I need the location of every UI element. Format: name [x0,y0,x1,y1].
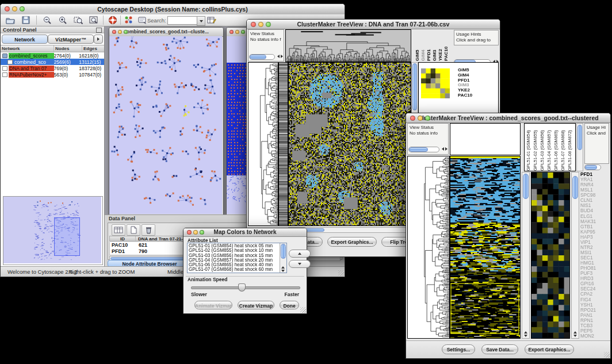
zoom-button[interactable] [20,6,25,12]
global-view-vscrollbar[interactable] [522,172,530,339]
zoom-button[interactable] [124,30,128,34]
view-status-scrollbar[interactable] [249,54,283,60]
row-dendrogram[interactable] [248,62,278,226]
zoom-button[interactable] [266,22,271,27]
scrollbar-thumb[interactable] [572,176,578,199]
column-header-id[interactable]: ID [110,236,136,241]
tab-vizmapper[interactable]: VizMapper™ [48,35,94,44]
column-header-network[interactable]: Network [1,45,53,52]
attribute-item[interactable]: GPL51-06 (GSM865) heat shock 40 min [189,263,279,267]
help-lifering-icon[interactable] [108,16,118,25]
resize-grip[interactable] [604,352,610,358]
row-dendrogram-canvas[interactable] [248,63,278,225]
minimize-button[interactable] [418,116,423,121]
row-dendrogram-canvas[interactable] [408,156,449,338]
scroll-arrows[interactable] [277,55,283,58]
birdseye-view[interactable] [3,196,103,265]
network-icon[interactable] [124,16,134,25]
dialog-titlebar[interactable]: Map Colors to Network [183,228,307,237]
heatmap-zoom-view[interactable] [531,172,570,339]
resize-grip[interactable] [338,270,344,276]
minimize-button[interactable] [193,230,198,235]
delete-attribute-icon[interactable] [141,224,155,236]
row-dendrogram[interactable] [407,156,450,339]
close-button[interactable] [112,30,116,34]
usage-hints-scrollbar[interactable] [584,164,609,170]
speed-slider-thumb[interactable] [238,283,246,292]
float-panel-icon[interactable] [96,28,102,33]
attribute-item[interactable]: GPL51-04 (GSM857) heat shock 20 min [189,258,279,263]
heatmap-global-canvas[interactable] [450,156,520,338]
attribute-item[interactable]: GPL51-07 (GSM868) heat shock 60 min [189,267,279,272]
save-data-button[interactable]: Save Data... [481,344,518,354]
zoom-heatmap-matrix[interactable] [421,68,450,98]
zoom-in-icon[interactable] [58,16,68,25]
scrollbar-thumb[interactable] [412,63,417,110]
speed-slider-track[interactable] [191,286,300,289]
column-labels-scrollbar[interactable] [576,123,583,171]
attribute-item[interactable]: GPL51-01 (GSM854) heat shock 05 min [189,244,279,248]
zoom-selected-icon[interactable] [73,16,83,25]
network-tree-row[interactable]: RNAPuberNov2+563(0)107847(0) [1,71,104,78]
view-status-scrollbar[interactable] [408,147,447,152]
scrollbar-thumb[interactable] [409,147,428,152]
minimize-button[interactable] [258,22,263,27]
main-titlebar[interactable]: Cytoscape Desktop (Session Name: collins… [1,4,345,15]
close-button[interactable] [5,6,10,12]
attribute-list-scrollbar[interactable] [280,243,286,273]
export-graphics-button[interactable]: Export Graphics... [327,237,377,247]
network-view-titlebar[interactable]: combined_scores_good.txt--cluste... [109,28,223,37]
animate-vizmap-button[interactable]: Animate Vizmap [194,301,232,309]
column-dendrogram[interactable] [285,29,411,62]
close-button[interactable] [230,30,234,34]
heatmap-global-view[interactable] [288,62,411,226]
scrollbar-thumb[interactable] [523,174,529,199]
annotation-icon[interactable] [137,16,148,25]
move-down-button[interactable] [289,260,311,268]
column-dendrogram-canvas[interactable] [286,30,411,62]
birdseye-canvas[interactable] [3,197,101,263]
column-header-edges[interactable]: Edges [82,45,104,52]
resize-grip[interactable] [300,307,306,313]
scrollbar-thumb[interactable] [281,244,286,259]
search-dropdown-button[interactable] [197,16,205,26]
scroll-arrows[interactable] [573,331,577,337]
minimize-button[interactable] [235,30,239,34]
create-vizmap-button[interactable]: Create Vizmap [238,301,274,309]
zoom-view-vscrollbar[interactable] [571,172,579,339]
minimize-button[interactable] [118,30,122,34]
zoom-button[interactable] [425,116,430,121]
search-input[interactable] [167,16,200,25]
zoom-button[interactable] [241,30,245,34]
tv2-titlebar[interactable]: ClusterMaker TreeView : combined_scores_… [406,113,610,123]
zoom-button[interactable] [200,230,204,235]
network-tree-row[interactable]: combined_scores2764(0)16218(0) [1,52,104,59]
settings-button[interactable]: Settings... [442,344,475,354]
scrollbar-thumb[interactable] [577,125,582,150]
network-tree-row[interactable]: DNA and Tran 07769(0)183728(0) [1,65,104,71]
close-button[interactable] [410,116,415,121]
heatmap-canvas[interactable] [289,63,411,225]
column-header-nodes[interactable]: Nodes [53,45,82,52]
network-tree-row[interactable]: combined_sco2569(6)13112(15) [1,59,104,65]
select-attributes-icon[interactable] [112,224,125,236]
zoom-out-icon[interactable] [42,16,52,25]
close-button[interactable] [251,22,256,27]
new-attribute-icon[interactable] [127,224,140,236]
done-button[interactable]: Done [280,301,299,309]
tab-overflow-button[interactable] [94,35,103,44]
scroll-arrows[interactable] [524,331,527,337]
minimize-button[interactable] [12,6,17,12]
scrollbar-thumb[interactable] [250,55,266,59]
heatmap-zoom-canvas[interactable] [531,173,569,338]
close-button[interactable] [187,230,192,235]
tab-network[interactable]: Network [2,35,48,44]
heatmap-global-view[interactable] [450,156,521,339]
table-edit-icon[interactable] [206,16,217,25]
scroll-arrows[interactable] [442,147,447,151]
scrollbar-thumb[interactable] [585,165,597,170]
network-canvas[interactable] [109,36,222,214]
scroll-arrows[interactable] [281,266,285,272]
move-up-button[interactable] [289,250,311,258]
tv1-titlebar[interactable]: ClusterMaker TreeView : DNA and Tran 07-… [247,20,500,29]
